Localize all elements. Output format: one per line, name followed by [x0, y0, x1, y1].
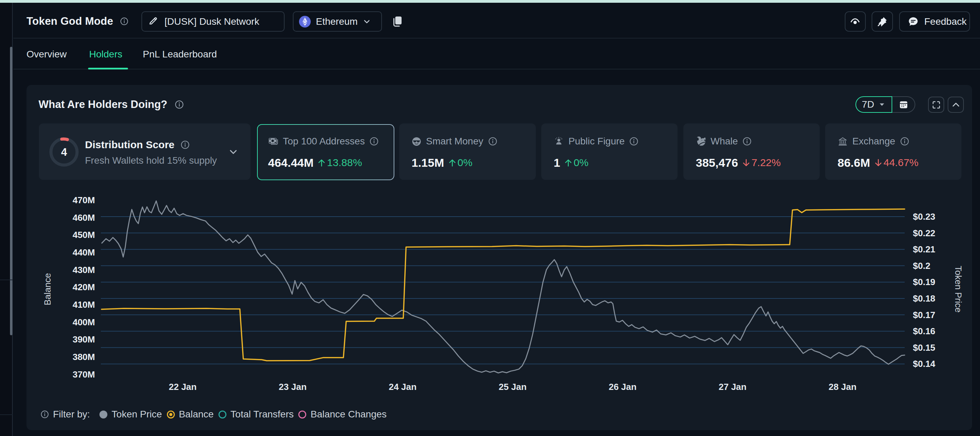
- svg-text:Balance: Balance: [42, 273, 52, 305]
- svg-text:24 Jan: 24 Jan: [389, 382, 417, 392]
- svg-text:25 Jan: 25 Jan: [499, 382, 527, 392]
- svg-text:$0.2: $0.2: [913, 261, 931, 271]
- svg-text:$0.15: $0.15: [913, 342, 935, 353]
- svg-text:460M: 460M: [73, 212, 95, 223]
- svg-text:27 Jan: 27 Jan: [719, 382, 747, 392]
- svg-text:22 Jan: 22 Jan: [169, 382, 197, 392]
- svg-text:440M: 440M: [73, 247, 95, 258]
- svg-text:390M: 390M: [73, 334, 95, 344]
- svg-text:380M: 380M: [73, 352, 95, 362]
- svg-text:Token Price: Token Price: [953, 266, 964, 312]
- svg-text:$0.22: $0.22: [913, 228, 935, 238]
- svg-text:430M: 430M: [73, 265, 95, 275]
- svg-text:$0.16: $0.16: [913, 326, 935, 336]
- svg-text:$0.18: $0.18: [913, 293, 935, 304]
- svg-text:370M: 370M: [73, 369, 95, 380]
- svg-text:420M: 420M: [73, 282, 95, 292]
- svg-text:$0.23: $0.23: [913, 211, 935, 222]
- svg-text:4: 4: [61, 146, 67, 158]
- svg-text:$0.21: $0.21: [913, 244, 935, 254]
- svg-text:$0.17: $0.17: [913, 310, 935, 320]
- svg-text:26 Jan: 26 Jan: [609, 382, 636, 392]
- svg-text:$0.14: $0.14: [913, 358, 935, 369]
- svg-text:28 Jan: 28 Jan: [829, 382, 856, 392]
- svg-text:450M: 450M: [73, 230, 95, 240]
- svg-text:410M: 410M: [73, 300, 95, 310]
- svg-text:$0.19: $0.19: [913, 277, 935, 287]
- svg-text:400M: 400M: [73, 317, 95, 327]
- svg-text:23 Jan: 23 Jan: [279, 382, 307, 392]
- svg-text:470M: 470M: [73, 195, 95, 205]
